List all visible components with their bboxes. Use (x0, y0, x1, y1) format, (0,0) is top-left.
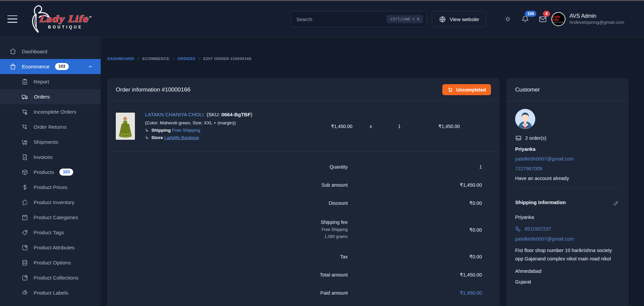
sidebar-item-product-categories[interactable]: Product Categories (0, 210, 101, 225)
sidebar-item-ecommerce[interactable]: Ecommerce 103 (0, 59, 101, 74)
arrow-icon: ↳ (145, 135, 149, 140)
global-search[interactable]: ctrl/cmd + k (291, 11, 427, 27)
edit-shipping-button[interactable] (612, 199, 620, 208)
sidebar-item-partial[interactable] (0, 300, 101, 306)
sidebar-item-product-labels[interactable]: Product Labels (0, 285, 101, 300)
search-input[interactable] (296, 16, 387, 22)
database-icon (21, 259, 28, 266)
order-information-card: Order information #10000166 Uncompleted (107, 78, 499, 306)
shipping-city: Ahmedabad (515, 268, 620, 274)
dollar-icon (21, 184, 28, 191)
customer-email-link[interactable]: patelkirtih0007@gmail.com (515, 156, 620, 162)
shipping-address: Fist floor shop number 10 harikrishna so… (515, 246, 620, 263)
product-sku: (SKU: 0664-BgTBF) (205, 112, 252, 117)
orders-truck-icon (21, 93, 29, 100)
incomplete-cart-icon (21, 109, 28, 115)
sidebar-item-invoices[interactable]: Invoices (0, 149, 101, 165)
shipping-weight-subline: 1,080 grams (116, 233, 348, 240)
breadcrumb-dashboard[interactable]: DASHBOARD (107, 57, 134, 61)
shipping-phone-link[interactable]: 8511507237 (515, 226, 620, 232)
arrow-icon: ↳ (145, 128, 149, 133)
sidebar-item-report[interactable]: Report (0, 74, 101, 89)
shipping-method-link[interactable]: Free Shipping (172, 128, 200, 133)
order-status-badge[interactable]: Uncompleted (442, 84, 491, 95)
search-shortcut-hint: ctrl/cmd + k (387, 15, 423, 23)
view-website-label: View website (450, 16, 479, 22)
sidebar-item-product-collections[interactable]: Product Collections (0, 270, 101, 285)
screen: Lady Life™ BOUTIQUE ctrl/cmd + k View we… (0, 0, 644, 306)
sidebar-item-product-tags[interactable]: Product Tags (0, 225, 101, 240)
partial-icon (21, 305, 28, 306)
order-product-row: LATAKN CHANIYA CHOLI (SKU: 0664-BgTBF) (… (108, 101, 499, 152)
total-row-total-amount: Total amount ₹1,450.00 (108, 266, 499, 284)
product-line-total: ₹1,450.00 (409, 124, 460, 129)
user-email: hndevelopinng@gmail.com (569, 19, 624, 25)
customer-avatar (515, 109, 535, 129)
theme-toggle-button[interactable] (503, 15, 512, 23)
customer-phone-link[interactable]: 7227987009 (515, 166, 620, 171)
top-bar: Lady Life™ BOUTIQUE ctrl/cmd + k View we… (0, 1, 644, 37)
messages-button[interactable]: 4 (538, 15, 547, 23)
sun-icon (504, 15, 511, 23)
attributes-icon (21, 244, 28, 251)
notifications-count-badge: 104 (525, 11, 536, 17)
pencil-icon (613, 200, 619, 206)
total-row-shipping-fee: Shipping fee Free Shipping 1,080 grams ₹… (108, 212, 499, 248)
product-variant: (Color: Mahendi green, Size: XXL + (marg… (145, 119, 312, 127)
product-store-line: ↳ Store Ladylife Boutique (145, 134, 312, 141)
customer-card: Customer (507, 78, 628, 306)
product-multiply: x (352, 124, 389, 129)
user-name: AVS Admin (569, 13, 624, 19)
divider (515, 188, 620, 189)
shipments-cart-icon (21, 139, 28, 145)
product-unit-price: ₹1,450.00 (312, 124, 352, 129)
sidebar-item-orders[interactable]: Orders (0, 89, 101, 104)
invoice-icon (21, 154, 28, 161)
logo-subtitle: BOUTIQUE (39, 25, 92, 29)
collections-icon (21, 274, 28, 281)
shipping-information-title: Shipping information (515, 199, 566, 205)
order-returns-icon (21, 124, 28, 130)
sidebar-item-dashboard[interactable]: Dashboard (0, 44, 101, 59)
messages-count-badge: 4 (543, 11, 550, 17)
notifications-button[interactable]: 104 (521, 15, 530, 23)
globe-icon (439, 16, 446, 23)
admin-avatar: Lady LifeBOUTIQUE (551, 12, 565, 26)
store-link[interactable]: Ladylife Boutique (164, 135, 199, 140)
breadcrumb-ecommerce: ECOMMERCE (142, 57, 169, 61)
report-icon (21, 78, 28, 85)
sidebar-toggle-button[interactable] (7, 15, 17, 23)
sidebar-item-products[interactable]: Products 103 (0, 165, 101, 180)
product-name-link[interactable]: LATAKN CHANIYA CHOLI (145, 112, 204, 117)
sidebar-item-product-options[interactable]: Product Options (0, 255, 101, 270)
view-website-button[interactable]: View website (432, 11, 486, 27)
sidebar: Dashboard Ecommerce 103 Report Orders In… (0, 37, 101, 306)
total-row-paid-amount: Paid amount ₹1,450.00 (108, 284, 499, 302)
sidebar-item-product-inventory[interactable]: Product Inventory (0, 195, 101, 210)
sidebar-item-shipments[interactable]: Shipments (0, 134, 101, 149)
sidebar-item-product-prices[interactable]: Product Prices (0, 180, 101, 195)
cart-icon (447, 87, 453, 93)
sidebar-item-product-attributes[interactable]: Product Attributes (0, 240, 101, 255)
user-menu[interactable]: Lady LifeBOUTIQUE AVS Admin hndevelopinn… (551, 1, 624, 37)
product-image-dress (116, 113, 135, 140)
shipping-email-link[interactable]: patelkirtih0007@gmail.com (515, 236, 620, 242)
product-thumbnail[interactable] (116, 113, 135, 140)
breadcrumb-orders[interactable]: ORDERS (178, 57, 195, 61)
total-row-tax: Tax ₹0.00 (108, 248, 499, 266)
shipping-name: Priyanka (515, 215, 620, 220)
logo-name: Lady Life™ (39, 14, 92, 24)
inventory-icon (21, 199, 28, 206)
breadcrumb: DASHBOARD / ECOMMERCE / ORDERS / EDIT OR… (107, 57, 628, 61)
chevron-up-icon (88, 64, 93, 69)
products-count-badge: 103 (59, 169, 73, 176)
customer-title: Customer (515, 86, 540, 93)
sidebar-item-incomplete-orders[interactable]: Incomplete Orders (0, 104, 101, 119)
shipping-information-section: Shipping information Priyanka 8511507237… (507, 192, 628, 298)
sidebar-item-order-returns[interactable]: Order Returns (0, 119, 101, 134)
shipping-method-subline: Free Shipping (116, 226, 348, 233)
brand-logo[interactable]: Lady Life™ BOUTIQUE (27, 4, 87, 35)
labels-icon (21, 290, 28, 296)
total-row-quantity: Quantity 1 (108, 158, 499, 176)
breadcrumb-current: EDIT ORDER #10000166 (203, 57, 252, 61)
